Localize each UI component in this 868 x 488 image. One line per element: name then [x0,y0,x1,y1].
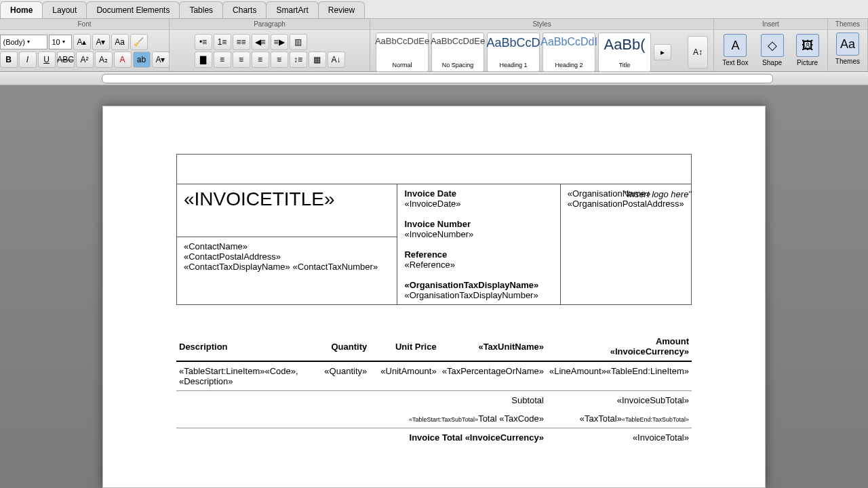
group-paragraph: Paragraph •≡ 1≡ ≡≡ ◀≡ ≡▶ ▥ ▇ ≡ ≡ ≡ ≡ ↕≡ … [170,19,370,71]
clear-format-button[interactable]: 🧹 [130,34,148,50]
subtotal-value: «InvoiceSubTotal» [547,391,692,410]
line-tax: «TaxPercentageOrName» [439,361,547,391]
font-name-select[interactable]: (Body)▾ [0,35,47,49]
style-no-spacing[interactable]: AaBbCcDdEe No Spacing [431,33,484,72]
invoice-title: «INVOICETITLE» [184,188,390,210]
tab-smartart[interactable]: SmartArt [266,1,318,18]
invoice-total-label: Invoice Total «InvoiceCurrency» [370,428,547,447]
increase-indent-button[interactable]: ≡▶ [271,34,288,50]
invoice-header-table: «INVOICETITLE» Invoice Date «InvoiceDate… [176,154,692,305]
style-title[interactable]: AaBb( Title [598,33,651,72]
logo-placeholder: "Insert logo here" [624,189,692,199]
chevron-down-icon: ▾ [25,39,32,45]
align-center-button[interactable]: ≡ [233,52,250,68]
line-desc: «TableStart:LineItem»«Code», «Descriptio… [176,361,314,391]
line-spacing-button[interactable]: ↕≡ [290,52,307,68]
subscript-button[interactable]: A₂ [95,52,113,68]
ribbon: Font (Body)▾ 10▾ A▴ A▾ Aa 🧹 B I U ABC A²… [0,19,868,72]
document-area: "Insert logo here" «INVOICETITLE» Invoic… [0,85,868,488]
tab-review[interactable]: Review [318,1,365,18]
col-description: Description [176,332,314,361]
subtotal-label: Subtotal [370,391,547,410]
ribbon-tabs: Home Layout Document Elements Tables Cha… [0,0,868,19]
align-right-button[interactable]: ≡ [252,52,269,68]
tab-charts[interactable]: Charts [222,1,267,18]
group-font: Font (Body)▾ 10▾ A▴ A▾ Aa 🧹 B I U ABC A²… [0,19,170,71]
underline-button[interactable]: U [38,52,56,68]
highlight-button[interactable]: ab [133,52,151,68]
styles-pane-button[interactable]: A↕ [688,36,708,68]
value-reference: «Reference» [404,260,553,270]
bullets-button[interactable]: •≡ [195,34,212,50]
invoice-lines-table: Description Quantity Unit Price «TaxUnit… [176,332,692,447]
shape-icon: ◇ [761,34,784,57]
group-label-styles: Styles [370,19,713,30]
contact-name: «ContactName» [184,241,390,251]
style-heading-2[interactable]: AaBbCcDdI Heading 2 [542,33,595,72]
font-color-dropdown[interactable]: A▾ [152,52,170,68]
font-color-button[interactable]: A [114,52,132,68]
chevron-down-icon: ▾ [60,39,67,45]
group-themes: Themes Aa Themes [828,19,868,71]
themes-button[interactable]: Aa Themes [830,30,865,65]
sort-button[interactable]: A↓ [328,52,345,68]
value-org-tax-num: «OrganisationTaxDisplayNumber» [404,290,553,300]
label-invoice-date: Invoice Date [404,188,553,199]
shrink-font-button[interactable]: A▾ [92,34,110,50]
insert-shape[interactable]: ◇ Shape [755,31,789,66]
tax-total-label: «TableStart:TaxSubTotal»Total «TaxCode» [370,409,547,428]
tab-layout[interactable]: Layout [42,1,87,18]
strike-button[interactable]: ABC [57,52,75,68]
columns-button[interactable]: ▥ [290,34,307,50]
col-quantity: Quantity [314,332,370,361]
line-amount: «LineAmount»«TableEnd:LineItem» [547,361,692,391]
italic-button[interactable]: I [19,52,37,68]
horizontal-ruler[interactable] [0,72,868,85]
shading-button[interactable]: ▇ [195,52,212,68]
group-insert: Insert A Text Box ◇ Shape 🖼 Picture [714,19,828,71]
group-label-insert: Insert [714,19,827,30]
style-heading-1[interactable]: AaBbCcD Heading 1 [487,33,540,72]
label-reference: Reference [404,249,553,260]
superscript-button[interactable]: A² [76,52,94,68]
tab-document-elements[interactable]: Document Elements [86,1,180,18]
change-case-button[interactable]: Aa [111,34,129,50]
insert-text-box[interactable]: A Text Box [717,31,753,66]
ruler-track [102,74,773,83]
value-invoice-date: «InvoiceDate» [404,199,553,209]
font-size-select[interactable]: 10▾ [49,35,72,49]
value-invoice-number: «InvoiceNumber» [404,229,553,239]
group-styles: Styles AaBbCcDdEe Normal AaBbCcDdEe No S… [370,19,714,71]
line-qty: «Quantity» [314,361,370,391]
contact-tax: «ContactTaxDisplayName» «ContactTaxNumbe… [184,262,390,272]
tax-total-value: «TaxTotal»«TableEnd:TaxSubTotal» [547,409,692,428]
contact-postal: «ContactPostalAddress» [184,251,390,262]
numbering-button[interactable]: 1≡ [214,34,231,50]
decrease-indent-button[interactable]: ◀≡ [252,34,269,50]
document-page[interactable]: "Insert logo here" «INVOICETITLE» Invoic… [102,106,766,488]
group-label-paragraph: Paragraph [170,19,370,30]
bold-button[interactable]: B [0,52,18,68]
justify-button[interactable]: ≡ [271,52,288,68]
tab-home[interactable]: Home [0,1,43,18]
col-tax-unit: «TaxUnitName» [439,332,547,361]
label-invoice-number: Invoice Number [404,219,553,229]
picture-icon: 🖼 [796,34,819,57]
styles-more-button[interactable]: ▸ [654,44,671,60]
multilevel-button[interactable]: ≡≡ [233,34,250,50]
insert-picture[interactable]: 🖼 Picture [791,31,825,66]
line-unit: «UnitAmount» [370,361,439,391]
borders-button[interactable]: ▦ [309,52,326,68]
org-postal: «OrganisationPostalAddress» [568,199,684,209]
label-org-tax: «OrganisationTaxDisplayName» [404,280,553,290]
align-left-button[interactable]: ≡ [214,52,231,68]
col-unit-price: Unit Price [370,332,439,361]
text-box-icon: A [724,34,747,57]
group-label-themes: Themes [828,19,867,30]
col-amount: Amount «InvoiceCurrency» [547,332,692,361]
style-normal[interactable]: AaBbCcDdEe Normal [376,33,429,72]
themes-icon: Aa [836,33,859,56]
invoice-total-value: «InvoiceTotal» [547,428,692,447]
tab-tables[interactable]: Tables [179,1,223,18]
grow-font-button[interactable]: A▴ [73,34,91,50]
